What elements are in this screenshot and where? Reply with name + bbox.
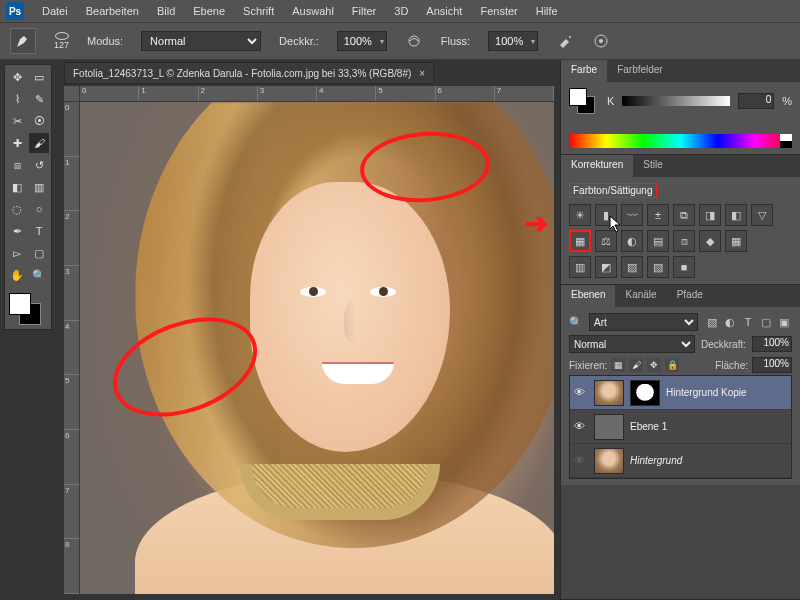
menu-datei[interactable]: Datei bbox=[34, 2, 76, 20]
menu-filter[interactable]: Filter bbox=[344, 2, 384, 20]
menu-ebene[interactable]: Ebene bbox=[185, 2, 233, 20]
lasso-tool[interactable]: ⌇ bbox=[7, 89, 27, 109]
menu-ansicht[interactable]: Ansicht bbox=[418, 2, 470, 20]
adj-balance-icon[interactable]: ⚖ bbox=[595, 230, 617, 252]
lock-position-icon[interactable]: ✥ bbox=[647, 358, 661, 372]
tab-kanaele[interactable]: Kanäle bbox=[615, 285, 666, 307]
gradient-tool[interactable]: ▥ bbox=[29, 177, 49, 197]
visibility-toggle-icon[interactable]: 👁 bbox=[574, 454, 588, 468]
dodge-tool[interactable]: ○ bbox=[29, 199, 49, 219]
menu-3d[interactable]: 3D bbox=[386, 2, 416, 20]
menu-fenster[interactable]: Fenster bbox=[472, 2, 525, 20]
history-brush-tool[interactable]: ↺ bbox=[29, 155, 49, 175]
marquee-tool[interactable]: ▭ bbox=[29, 67, 49, 87]
menu-auswahl[interactable]: Auswahl bbox=[284, 2, 342, 20]
menu-bild[interactable]: Bild bbox=[149, 2, 183, 20]
lock-image-icon[interactable]: 🖌 bbox=[629, 358, 643, 372]
tab-farbfelder[interactable]: Farbfelder bbox=[607, 60, 673, 82]
visibility-toggle-icon[interactable]: 👁 bbox=[574, 420, 588, 434]
tab-ebenen[interactable]: Ebenen bbox=[561, 285, 615, 307]
opacity-pressure-icon[interactable] bbox=[405, 32, 423, 50]
tab-farbe[interactable]: Farbe bbox=[561, 60, 607, 82]
active-tool-icon[interactable] bbox=[10, 28, 36, 54]
hand-tool[interactable]: ✋ bbox=[7, 265, 27, 285]
blend-mode-select[interactable]: Normal bbox=[141, 31, 261, 51]
layer-thumb[interactable] bbox=[594, 380, 624, 406]
layer-row[interactable]: 👁 Ebene 1 bbox=[570, 410, 791, 444]
filter-type-icon[interactable]: T bbox=[740, 314, 756, 330]
k-slider[interactable] bbox=[622, 96, 730, 106]
adj-threshold-icon[interactable]: ◩ bbox=[595, 256, 617, 278]
filter-adjust-icon[interactable]: ◐ bbox=[722, 314, 738, 330]
adj-invert-icon[interactable]: ▽ bbox=[751, 204, 773, 226]
tab-stile[interactable]: Stile bbox=[633, 155, 672, 177]
adj-solid-icon[interactable]: ▧ bbox=[647, 256, 669, 278]
adj-pattern-icon[interactable]: ■ bbox=[673, 256, 695, 278]
adj-lookup-icon[interactable]: ▤ bbox=[647, 230, 669, 252]
layer-row[interactable]: 👁 Hintergrund Kopie bbox=[570, 376, 791, 410]
tab-korrekturen[interactable]: Korrekturen bbox=[561, 155, 633, 177]
type-tool[interactable]: T bbox=[29, 221, 49, 241]
close-tab-icon[interactable]: × bbox=[419, 68, 425, 79]
zoom-tool[interactable]: 🔍 bbox=[29, 265, 49, 285]
fill-value[interactable]: 100% bbox=[752, 357, 792, 373]
layer-thumb[interactable] bbox=[594, 414, 624, 440]
adj-levels-icon[interactable]: ▮ bbox=[595, 204, 617, 226]
menu-hilfe[interactable]: Hilfe bbox=[528, 2, 566, 20]
color-swatch-mini[interactable] bbox=[569, 88, 599, 114]
visibility-toggle-icon[interactable]: 👁 bbox=[574, 386, 588, 400]
shape-tool[interactable]: ▢ bbox=[29, 243, 49, 263]
crop-tool[interactable]: ✂ bbox=[7, 111, 27, 131]
menu-schrift[interactable]: Schrift bbox=[235, 2, 282, 20]
adj-hue-sat-icon[interactable]: ▦ bbox=[569, 230, 591, 252]
eraser-tool[interactable]: ◧ bbox=[7, 177, 27, 197]
adj-posterize-icon[interactable]: ▥ bbox=[569, 256, 591, 278]
layer-blend-select[interactable]: Normal bbox=[569, 335, 695, 353]
adj-gradient-icon[interactable]: ▦ bbox=[725, 230, 747, 252]
adj-brightness-icon[interactable]: ☀ bbox=[569, 204, 591, 226]
stamp-tool[interactable]: ⧇ bbox=[7, 155, 27, 175]
opacity-field[interactable]: 100% bbox=[337, 31, 387, 51]
adj-mixer-icon[interactable]: ◧ bbox=[725, 204, 747, 226]
document-tab[interactable]: Fotolia_12463713_L © Zdenka Darula - Fot… bbox=[64, 62, 434, 84]
flow-field[interactable]: 100% bbox=[488, 31, 538, 51]
adj-channel-icon[interactable]: ⧈ bbox=[673, 230, 695, 252]
spectrum-bar[interactable] bbox=[569, 134, 792, 148]
adj-photo-filter-icon[interactable]: ◐ bbox=[621, 230, 643, 252]
layer-name[interactable]: Ebene 1 bbox=[630, 421, 667, 432]
layer-mask-thumb[interactable] bbox=[630, 380, 660, 406]
adj-bw-icon[interactable]: ◨ bbox=[699, 204, 721, 226]
k-value[interactable]: 0 bbox=[738, 93, 774, 109]
size-pressure-icon[interactable] bbox=[592, 32, 610, 50]
adj-vibrance-icon[interactable]: ⧉ bbox=[673, 204, 695, 226]
canvas[interactable]: 01234567 012345678 bbox=[64, 86, 554, 594]
path-tool[interactable]: ▻ bbox=[7, 243, 27, 263]
layer-row[interactable]: 👁 Hintergrund bbox=[570, 444, 791, 478]
adj-curves-icon[interactable]: 〰 bbox=[621, 204, 643, 226]
blur-tool[interactable]: ◌ bbox=[7, 199, 27, 219]
pen-tool[interactable]: ✒ bbox=[7, 221, 27, 241]
heal-tool[interactable]: ✚ bbox=[7, 133, 27, 153]
layer-thumb[interactable] bbox=[594, 448, 624, 474]
eyedropper-tool[interactable]: ⦿ bbox=[29, 111, 49, 131]
filter-smart-icon[interactable]: ▣ bbox=[776, 314, 792, 330]
adj-exposure-icon[interactable]: ± bbox=[647, 204, 669, 226]
tab-pfade[interactable]: Pfade bbox=[667, 285, 713, 307]
brush-preset-picker[interactable]: 127 bbox=[54, 32, 69, 50]
color-swatches[interactable] bbox=[7, 291, 49, 327]
search-icon[interactable]: 🔍 bbox=[569, 316, 583, 329]
adj-select-icon[interactable]: ◆ bbox=[699, 230, 721, 252]
filter-pixel-icon[interactable]: ▧ bbox=[704, 314, 720, 330]
menu-bearbeiten[interactable]: Bearbeiten bbox=[78, 2, 147, 20]
layer-name[interactable]: Hintergrund bbox=[630, 455, 682, 466]
airbrush-icon[interactable] bbox=[556, 32, 574, 50]
lock-pixels-icon[interactable]: ▦ bbox=[611, 358, 625, 372]
move-tool[interactable]: ✥ bbox=[7, 67, 27, 87]
layer-name[interactable]: Hintergrund Kopie bbox=[666, 387, 747, 398]
foreground-color[interactable] bbox=[9, 293, 31, 315]
quickselect-tool[interactable]: ✎ bbox=[29, 89, 49, 109]
adj-map-icon[interactable]: ▨ bbox=[621, 256, 643, 278]
brush-tool[interactable]: 🖌 bbox=[29, 133, 49, 153]
layer-opacity-value[interactable]: 100% bbox=[752, 336, 792, 352]
filter-shape-icon[interactable]: ▢ bbox=[758, 314, 774, 330]
